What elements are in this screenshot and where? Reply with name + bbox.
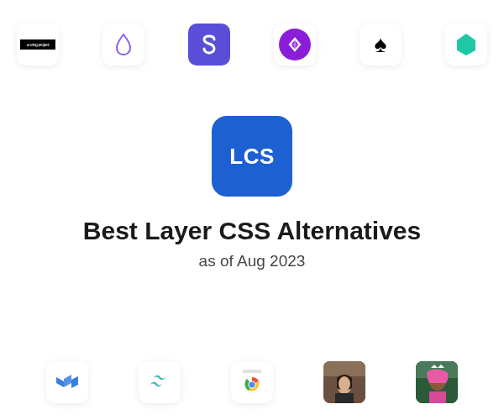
- svg-rect-8: [335, 393, 354, 403]
- svg-point-7: [339, 376, 350, 391]
- svg-rect-12: [429, 391, 446, 403]
- teal-shape-icon: [454, 32, 479, 57]
- center-section: LCS Best Layer CSS Alternatives as of Au…: [0, 116, 504, 270]
- avatar-2-image: [416, 361, 458, 403]
- app-card-chrome[interactable]: [231, 361, 273, 403]
- spade-icon: ♠: [375, 31, 387, 58]
- app-card-spade[interactable]: ♠: [360, 24, 402, 66]
- diamond-circle-icon: [279, 29, 311, 60]
- bottom-app-row: [0, 361, 504, 420]
- app-card-mui[interactable]: [46, 361, 88, 403]
- mui-icon: [55, 373, 79, 391]
- avatar-1-image: [323, 361, 365, 403]
- main-logo-text: LCS: [229, 144, 275, 170]
- app-card-s[interactable]: [188, 24, 230, 66]
- svg-rect-5: [323, 361, 365, 376]
- wing-project-icon: [20, 39, 55, 50]
- app-card-tailwind[interactable]: [139, 361, 181, 403]
- tailwind-icon: [147, 375, 172, 390]
- svg-point-3: [249, 382, 255, 388]
- app-card-diamond[interactable]: [274, 24, 316, 66]
- avatar-person-2[interactable]: [416, 361, 458, 403]
- app-card-drop[interactable]: [102, 24, 144, 66]
- main-logo[interactable]: LCS: [212, 116, 292, 197]
- top-app-row: ♠: [0, 0, 504, 66]
- app-card-wing[interactable]: [17, 24, 59, 66]
- drop-icon: [114, 33, 133, 56]
- s-icon: [198, 34, 220, 55]
- page-subtitle: as of Aug 2023: [199, 252, 306, 270]
- app-card-teal[interactable]: [445, 24, 487, 66]
- page-title: Best Layer CSS Alternatives: [83, 217, 421, 245]
- svg-rect-0: [243, 370, 261, 373]
- avatar-person-1[interactable]: [323, 361, 365, 403]
- chrome-icon: [240, 368, 264, 396]
